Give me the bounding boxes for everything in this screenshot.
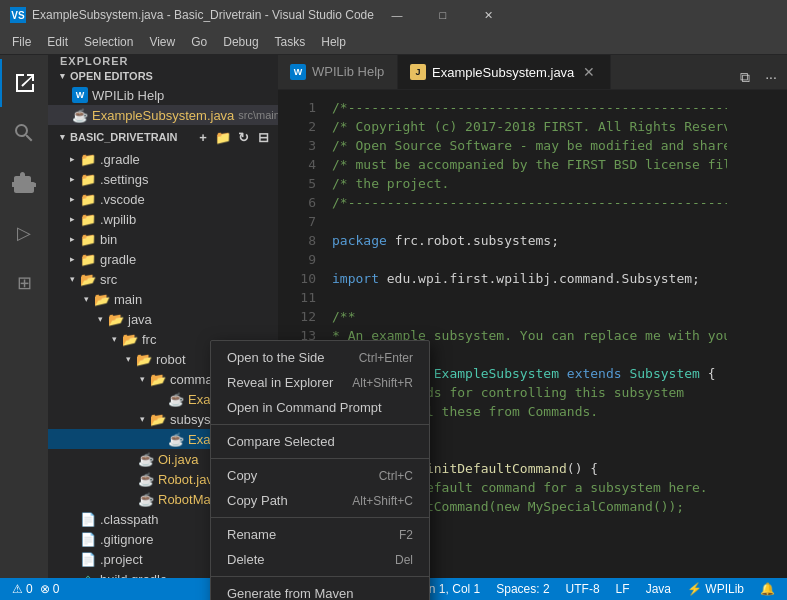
bell-icon: 🔔 (760, 582, 775, 596)
ctx-generate-maven[interactable]: Generate from Maven Archetype (211, 581, 429, 600)
minimap (727, 90, 787, 578)
menu-edit[interactable]: Edit (39, 33, 76, 51)
folder-icon: 📁 (80, 211, 96, 227)
close-button[interactable]: ✕ (466, 0, 512, 30)
tabs-bar: W WPILib Help J ExampleSubsystem.java ✕ … (278, 55, 787, 90)
status-wpilib[interactable]: ⚡ WPILib (683, 582, 748, 596)
more-actions-button[interactable]: ··· (759, 65, 783, 89)
ctx-copy[interactable]: Copy Ctrl+C (211, 463, 429, 488)
folder-open-icon: 📂 (94, 291, 110, 307)
java-icon: ☕ (138, 451, 154, 467)
file-icon: 📄 (80, 511, 96, 527)
activity-search[interactable] (0, 109, 48, 157)
window-controls: — □ ✕ (374, 0, 512, 30)
ctx-reveal-explorer[interactable]: Reveal in Explorer Alt+Shift+R (211, 370, 429, 395)
tree-src[interactable]: ▾ 📂 src (48, 269, 278, 289)
activity-git[interactable] (0, 159, 48, 207)
status-language[interactable]: Java (642, 582, 675, 596)
status-errors[interactable]: ⚠ 0 ⊗ 0 (8, 582, 63, 596)
basic-drivetrain-header[interactable]: ▾ BASIC_DRIVETRAIN + 📁 ↻ ⊟ (48, 125, 278, 149)
menu-file[interactable]: File (4, 33, 39, 51)
status-bell[interactable]: 🔔 (756, 582, 779, 596)
folder-icon: 📁 (80, 231, 96, 247)
tree-java[interactable]: ▾ 📂 java (48, 309, 278, 329)
new-file-button[interactable]: + (194, 128, 212, 146)
collapse-all-button[interactable]: ⊟ (254, 128, 272, 146)
folder-open-icon: 📂 (150, 371, 166, 387)
tab-close-button[interactable]: ✕ (580, 63, 598, 81)
ctx-separator-1 (211, 424, 429, 425)
status-left: ⚠ 0 ⊗ 0 (8, 582, 63, 596)
java-icon: ☕ (168, 391, 184, 407)
tree-main[interactable]: ▾ 📂 main (48, 289, 278, 309)
folder-open-icon: 📂 (80, 271, 96, 287)
java-tab-icon: J (410, 64, 426, 80)
folder-open-icon: 📂 (136, 351, 152, 367)
open-editor-wpilib[interactable]: W WPILib Help (48, 85, 278, 105)
warning-icon: ⊗ (40, 582, 50, 596)
app-icon: VS (10, 7, 26, 23)
chevron-icon: ▾ (54, 132, 70, 142)
menu-view[interactable]: View (141, 33, 183, 51)
chevron-icon: ▾ (54, 71, 70, 81)
activity-extensions[interactable]: ⊞ (0, 259, 48, 307)
ctx-separator-3 (211, 517, 429, 518)
tree-settings[interactable]: ▸ 📁 .settings (48, 169, 278, 189)
context-menu: Open to the Side Ctrl+Enter Reveal in Ex… (210, 340, 430, 600)
activity-explorer[interactable] (0, 59, 48, 107)
status-eol[interactable]: LF (612, 582, 634, 596)
folder-icon: 📁 (80, 171, 96, 187)
menu-go[interactable]: Go (183, 33, 215, 51)
new-folder-button[interactable]: 📁 (214, 128, 232, 146)
refresh-button[interactable]: ↻ (234, 128, 252, 146)
activity-bar: ▷ ⊞ (0, 55, 48, 578)
tab-examplesubsystem[interactable]: J ExampleSubsystem.java ✕ (398, 55, 611, 89)
error-icon: ⚠ (12, 582, 23, 596)
sidebar-actions: + 📁 ↻ ⊟ (194, 128, 272, 146)
folder-icon: 📁 (80, 251, 96, 267)
ctx-open-prompt[interactable]: Open in Command Prompt (211, 395, 429, 420)
ctx-rename[interactable]: Rename F2 (211, 522, 429, 547)
open-editor-examplesubsystem[interactable]: ☕ ExampleSubsystem.java src\main\java\fr… (48, 105, 278, 125)
menu-tasks[interactable]: Tasks (267, 33, 314, 51)
folder-open-icon: 📂 (122, 331, 138, 347)
titlebar: VS ExampleSubsystem.java - Basic_Drivetr… (0, 0, 787, 30)
folder-icon: 📁 (80, 151, 96, 167)
status-right: Ln 1, Col 1 Spaces: 2 UTF-8 LF Java ⚡ WP… (418, 582, 779, 596)
menu-help[interactable]: Help (313, 33, 354, 51)
menu-debug[interactable]: Debug (215, 33, 266, 51)
activity-debug[interactable]: ▷ (0, 209, 48, 257)
java-icon: ☕ (138, 491, 154, 507)
ctx-open-side[interactable]: Open to the Side Ctrl+Enter (211, 345, 429, 370)
status-encoding[interactable]: UTF-8 (562, 582, 604, 596)
split-editor-button[interactable]: ⧉ (733, 65, 757, 89)
tab-wpilib[interactable]: W WPILib Help (278, 55, 398, 89)
maximize-button[interactable]: □ (420, 0, 466, 30)
tree-wpilib[interactable]: ▸ 📁 .wpilib (48, 209, 278, 229)
ctx-separator-2 (211, 458, 429, 459)
ctx-compare-selected[interactable]: Compare Selected (211, 429, 429, 454)
tree-gradle-folder[interactable]: ▸ 📁 gradle (48, 249, 278, 269)
ctx-delete[interactable]: Delete Del (211, 547, 429, 572)
java-file-icon: ☕ (72, 107, 88, 123)
minimize-button[interactable]: — (374, 0, 420, 30)
status-spaces[interactable]: Spaces: 2 (492, 582, 553, 596)
sidebar-header: EXPLORER (48, 55, 278, 67)
file-icon: 📄 (80, 531, 96, 547)
wpilib-icon: W (72, 87, 88, 103)
tree-gradle[interactable]: ▸ 📁 .gradle (48, 149, 278, 169)
java-icon: ☕ (138, 471, 154, 487)
titlebar-title: ExampleSubsystem.java - Basic_Drivetrain… (32, 8, 374, 22)
wpilib-tab-icon: W (290, 64, 306, 80)
menubar: File Edit Selection View Go Debug Tasks … (0, 30, 787, 55)
folder-open-icon: 📂 (108, 311, 124, 327)
menu-selection[interactable]: Selection (76, 33, 141, 51)
tree-bin[interactable]: ▸ 📁 bin (48, 229, 278, 249)
folder-icon: 📁 (80, 191, 96, 207)
open-editors-header[interactable]: ▾ OPEN EDITORS (48, 67, 278, 85)
tree-vscode[interactable]: ▸ 📁 .vscode (48, 189, 278, 209)
tab-actions: ⧉ ··· (733, 65, 787, 89)
ctx-separator-4 (211, 576, 429, 577)
file-icon: 📄 (80, 551, 96, 567)
ctx-copy-path[interactable]: Copy Path Alt+Shift+C (211, 488, 429, 513)
